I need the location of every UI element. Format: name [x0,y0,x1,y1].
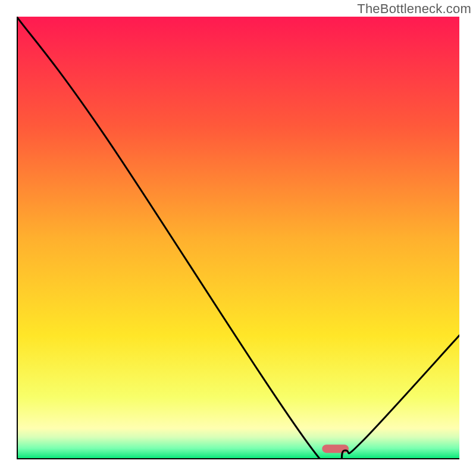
watermark-text: TheBottleneck.com [357,1,471,17]
chart-canvas [17,17,459,459]
chart-background [17,17,459,459]
bottleneck-chart [17,17,459,459]
optimal-marker [322,444,349,453]
